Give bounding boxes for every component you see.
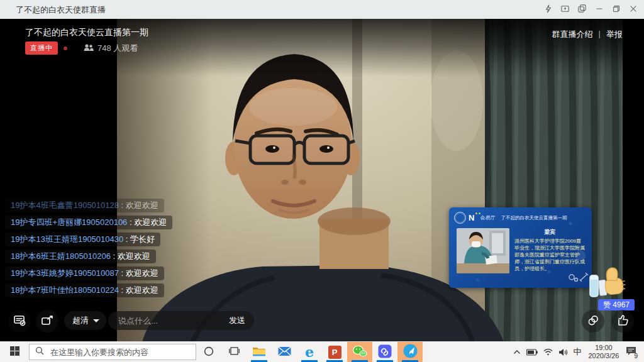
chat-message: 18护本7班叶佳怡1805010224 : 欢迎欢迎: [5, 283, 164, 297]
link-rings-icon: [586, 314, 600, 329]
cortana-button[interactable]: [196, 342, 221, 362]
live-badge: 直播中: [25, 41, 58, 55]
like-button[interactable]: [611, 310, 634, 332]
medical-deco-icons: [568, 272, 589, 285]
windows-taskbar: e P 中 19:00 2020/3/26 9: [0, 341, 644, 362]
share-screen-icon: [40, 314, 54, 329]
pip-slide[interactable]: N 会易厅 了不起的白衣天使云直播第一期: [449, 207, 592, 288]
wifi-icon[interactable]: [543, 348, 553, 356]
taskbar-search: [29, 344, 196, 360]
mail-button[interactable]: [272, 342, 297, 362]
group-live-intro-link[interactable]: 群直播介绍: [552, 29, 593, 40]
chat-message: 19护本4班毛鑫蕾1905010128 : 欢迎欢迎: [5, 199, 164, 212]
chat-overlay: 19护本4班毛鑫蕾1905010128 : 欢迎欢迎 19护专四班+唐丽娜190…: [5, 199, 172, 297]
copy-icon: [577, 4, 587, 15]
viewers-icon: [84, 43, 94, 53]
edge-icon: e: [305, 345, 314, 359]
task-view-button[interactable]: [221, 342, 247, 362]
wechat-icon: [352, 345, 367, 359]
quality-label: 超清: [72, 315, 89, 326]
chat-list-button[interactable]: [8, 310, 31, 332]
restore-icon: [612, 4, 621, 15]
powerpoint-button[interactable]: P: [322, 342, 347, 362]
like-thumb-float: [589, 261, 630, 300]
thumbs-up-icon: [616, 314, 630, 329]
copy-window-button[interactable]: [574, 1, 591, 18]
battery-icon[interactable]: [526, 349, 538, 356]
send-button[interactable]: 发送: [224, 315, 245, 326]
close-button[interactable]: [625, 1, 641, 18]
action-center-button[interactable]: 9: [626, 346, 638, 358]
window-controls: [540, 0, 641, 19]
chat-list-icon: [13, 314, 26, 329]
speaker-info: 梁宾 温州医科大学护理学院2009届毕业生，现浙江大学医学院附属邵逸夫医院重症监…: [514, 228, 586, 273]
slide-subtitle: 了不起的白衣天使云直播第一期: [501, 215, 567, 221]
chat-message: 19护专四班+唐丽娜1905020106 : 欢迎欢迎: [5, 216, 172, 229]
wechat-button[interactable]: [347, 342, 372, 362]
like-count-badge[interactable]: 赞 4967: [598, 299, 635, 310]
comment-input-pill: 发送: [108, 311, 254, 330]
pin-window-button[interactable]: [557, 1, 574, 18]
live-dot-icon: [64, 47, 67, 50]
lightning-button[interactable]: [540, 1, 557, 18]
clock[interactable]: 19:00 2020/3/26: [589, 344, 619, 360]
chat-message: 19护本3班姚梦婷1905010087 : 欢迎欢迎: [5, 266, 164, 280]
start-button[interactable]: [0, 342, 29, 362]
slide-logo-text: 会易厅: [480, 214, 495, 221]
notification-count: 9: [634, 353, 638, 359]
file-explorer-icon: [252, 346, 266, 359]
speaker-photo: [457, 228, 509, 273]
windows-logo-icon: [10, 346, 19, 358]
clock-time: 19:00: [589, 344, 619, 352]
stream-title: 了不起的白衣天使云直播第一期: [25, 27, 148, 38]
live-video-area: 了不起的白衣天使云直播第一期 直播中 748 人观看 群直播介绍 | 举报 19…: [0, 19, 644, 342]
slide-body: 梁宾 温州医科大学护理学院2009届毕业生，现浙江大学医学院附属邵逸夫医院重症监…: [449, 224, 592, 273]
minimize-button[interactable]: [591, 1, 608, 18]
cortana-icon: [204, 346, 214, 358]
window-title: 了不起的白衣天使群直播: [16, 4, 106, 16]
university-seal-icon: [454, 212, 466, 224]
knot-app-icon: [378, 344, 392, 360]
share-screen-button[interactable]: [36, 310, 58, 332]
close-icon: [629, 4, 638, 15]
task-view-icon: [229, 346, 240, 358]
minimize-icon: [595, 4, 604, 15]
tray-chevron-icon[interactable]: [513, 349, 521, 355]
chevron-down-icon: [93, 319, 99, 322]
edge-button[interactable]: e: [297, 342, 322, 362]
ime-indicator[interactable]: 中: [574, 346, 582, 358]
viewer-count: 748 人观看: [84, 43, 138, 54]
header-links: 群直播介绍 | 举报: [552, 29, 623, 40]
restore-button[interactable]: [608, 1, 625, 18]
mail-icon: [278, 346, 291, 358]
search-input[interactable]: [49, 347, 190, 358]
link-rings-button[interactable]: [582, 310, 604, 332]
paper-plane-app-button[interactable]: [397, 342, 423, 362]
system-tray: 中 19:00 2020/3/26 9: [513, 342, 644, 362]
file-explorer-button[interactable]: [247, 342, 272, 362]
pin-window-icon: [560, 4, 570, 15]
window-titlebar: 了不起的白衣天使群直播: [0, 0, 644, 19]
quality-selector[interactable]: 超清: [64, 311, 106, 330]
powerpoint-icon: P: [328, 346, 341, 359]
desktop-screen: 了不起的白衣天使群直播: [0, 0, 644, 362]
chat-message: 19护本13班王婧瑶1905010430 : 学长好: [5, 233, 160, 246]
speaker-bio: 温州医科大学护理学院2009届毕业生，现浙江大学医学院附属邵逸夫医院重症监护室主…: [514, 238, 586, 272]
speaker-name: 梁宾: [514, 228, 586, 236]
n-logo-icon: N: [469, 214, 474, 222]
search-icon: [35, 346, 44, 358]
volume-icon[interactable]: [558, 348, 568, 356]
clock-date: 2020/3/26: [589, 352, 619, 360]
meeting-app-button[interactable]: [372, 342, 397, 362]
lightning-icon: [544, 4, 553, 15]
comment-input[interactable]: [117, 315, 224, 326]
paper-plane-icon: [403, 344, 418, 360]
stream-header-overlay: 了不起的白衣天使云直播第一期 直播中 748 人观看 群直播介绍 | 举报: [0, 19, 644, 77]
slide-header: N 会易厅 了不起的白衣天使云直播第一期: [449, 207, 592, 224]
taskbar-empty-space[interactable]: [423, 342, 513, 362]
chat-message: 18护本6班王婧1805010206 : 欢迎欢迎: [5, 250, 156, 263]
live-status-row: 直播中 748 人观看: [25, 41, 138, 55]
link-separator: |: [599, 29, 601, 40]
report-link[interactable]: 举报: [606, 29, 623, 40]
